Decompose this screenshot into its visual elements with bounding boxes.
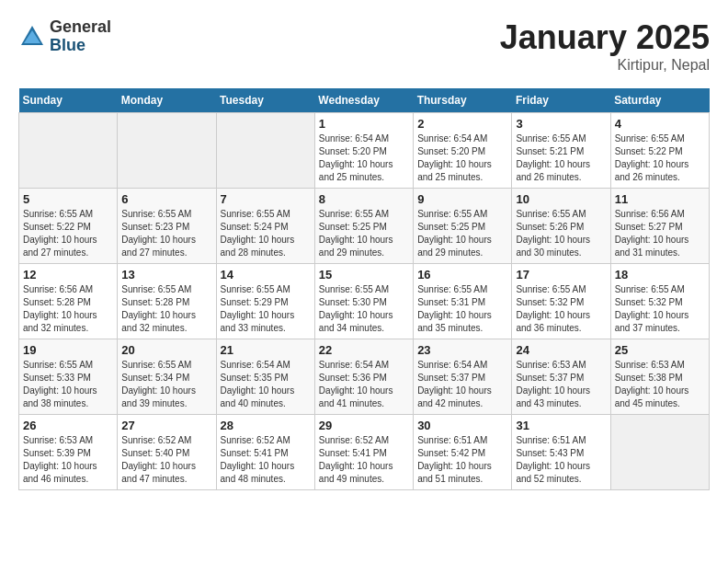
day-info: Sunrise: 6:55 AM Sunset: 5:32 PM Dayligh… [516, 283, 606, 335]
day-number: 23 [417, 343, 507, 357]
calendar-cell: 5Sunrise: 6:55 AM Sunset: 5:22 PM Daylig… [19, 189, 118, 264]
day-number: 3 [516, 117, 606, 131]
day-number: 11 [615, 192, 705, 206]
calendar-cell: 23Sunrise: 6:54 AM Sunset: 5:37 PM Dayli… [414, 339, 512, 415]
day-info: Sunrise: 6:55 AM Sunset: 5:29 PM Dayligh… [221, 283, 311, 335]
calendar-cell [216, 113, 314, 189]
day-info: Sunrise: 6:51 AM Sunset: 5:42 PM Dayligh… [417, 434, 507, 486]
logo-blue-label: Blue [50, 37, 111, 55]
header-row: SundayMondayTuesdayWednesdayThursdayFrid… [19, 88, 710, 113]
logo-icon [18, 23, 46, 51]
day-number: 31 [516, 419, 606, 432]
day-number: 7 [221, 192, 311, 206]
day-info: Sunrise: 6:52 AM Sunset: 5:41 PM Dayligh… [319, 434, 409, 486]
calendar-cell: 11Sunrise: 6:56 AM Sunset: 5:27 PM Dayli… [610, 189, 709, 264]
calendar-header: SundayMondayTuesdayWednesdayThursdayFrid… [19, 88, 710, 113]
day-number: 5 [23, 192, 113, 206]
day-number: 10 [516, 192, 606, 206]
day-number: 14 [221, 268, 311, 282]
day-info: Sunrise: 6:55 AM Sunset: 5:30 PM Dayligh… [319, 283, 409, 335]
calendar-cell [118, 113, 216, 189]
day-number: 2 [417, 117, 507, 131]
calendar-cell: 19Sunrise: 6:55 AM Sunset: 5:33 PM Dayli… [19, 339, 118, 415]
day-number: 8 [319, 192, 409, 206]
calendar-cell: 25Sunrise: 6:53 AM Sunset: 5:38 PM Dayli… [610, 339, 709, 415]
month-title: January 2025 [500, 18, 710, 57]
day-info: Sunrise: 6:55 AM Sunset: 5:24 PM Dayligh… [221, 208, 311, 259]
calendar-cell: 31Sunrise: 6:51 AM Sunset: 5:43 PM Dayli… [512, 415, 610, 490]
day-of-week-header: Monday [118, 88, 216, 113]
day-info: Sunrise: 6:53 AM Sunset: 5:37 PM Dayligh… [516, 359, 606, 410]
day-number: 21 [221, 343, 311, 357]
day-info: Sunrise: 6:55 AM Sunset: 5:28 PM Dayligh… [121, 283, 211, 335]
calendar-cell: 30Sunrise: 6:51 AM Sunset: 5:42 PM Dayli… [414, 415, 512, 490]
calendar-week-row: 1Sunrise: 6:54 AM Sunset: 5:20 PM Daylig… [19, 113, 710, 189]
day-number: 1 [319, 117, 409, 131]
calendar-cell: 15Sunrise: 6:55 AM Sunset: 5:30 PM Dayli… [314, 264, 413, 339]
day-number: 15 [319, 268, 409, 282]
calendar-cell: 1Sunrise: 6:54 AM Sunset: 5:20 PM Daylig… [314, 113, 413, 189]
day-number: 25 [615, 343, 705, 357]
day-number: 12 [23, 268, 113, 282]
day-info: Sunrise: 6:53 AM Sunset: 5:38 PM Dayligh… [615, 359, 705, 410]
calendar-cell: 12Sunrise: 6:56 AM Sunset: 5:28 PM Dayli… [19, 264, 118, 339]
day-number: 9 [417, 192, 507, 206]
calendar-cell: 21Sunrise: 6:54 AM Sunset: 5:35 PM Dayli… [216, 339, 314, 415]
day-number: 17 [516, 268, 606, 282]
day-number: 22 [319, 343, 409, 357]
calendar-week-row: 26Sunrise: 6:53 AM Sunset: 5:39 PM Dayli… [19, 415, 710, 490]
day-info: Sunrise: 6:53 AM Sunset: 5:39 PM Dayligh… [23, 434, 113, 486]
day-number: 16 [417, 268, 507, 282]
logo: General Blue [18, 18, 111, 55]
day-info: Sunrise: 6:54 AM Sunset: 5:36 PM Dayligh… [319, 359, 409, 410]
calendar-cell [610, 415, 709, 490]
day-info: Sunrise: 6:55 AM Sunset: 5:22 PM Dayligh… [615, 132, 705, 184]
calendar-cell: 9Sunrise: 6:55 AM Sunset: 5:25 PM Daylig… [414, 189, 512, 264]
calendar-table: SundayMondayTuesdayWednesdayThursdayFrid… [18, 88, 710, 490]
logo-text: General Blue [50, 18, 111, 55]
day-number: 13 [121, 268, 211, 282]
calendar-cell: 10Sunrise: 6:55 AM Sunset: 5:26 PM Dayli… [512, 189, 610, 264]
calendar-week-row: 12Sunrise: 6:56 AM Sunset: 5:28 PM Dayli… [19, 264, 710, 339]
day-info: Sunrise: 6:54 AM Sunset: 5:20 PM Dayligh… [319, 132, 409, 184]
calendar-cell: 7Sunrise: 6:55 AM Sunset: 5:24 PM Daylig… [216, 189, 314, 264]
day-number: 26 [23, 419, 113, 432]
day-number: 6 [121, 192, 211, 206]
day-number: 4 [615, 117, 705, 131]
calendar-cell: 8Sunrise: 6:55 AM Sunset: 5:25 PM Daylig… [314, 189, 413, 264]
calendar-week-row: 19Sunrise: 6:55 AM Sunset: 5:33 PM Dayli… [19, 339, 710, 415]
calendar-cell: 26Sunrise: 6:53 AM Sunset: 5:39 PM Dayli… [19, 415, 118, 490]
day-info: Sunrise: 6:55 AM Sunset: 5:31 PM Dayligh… [417, 283, 507, 335]
calendar-cell: 28Sunrise: 6:52 AM Sunset: 5:41 PM Dayli… [216, 415, 314, 490]
calendar-cell: 4Sunrise: 6:55 AM Sunset: 5:22 PM Daylig… [610, 113, 709, 189]
calendar-cell: 20Sunrise: 6:55 AM Sunset: 5:34 PM Dayli… [118, 339, 216, 415]
day-info: Sunrise: 6:54 AM Sunset: 5:35 PM Dayligh… [221, 359, 311, 410]
calendar-body: 1Sunrise: 6:54 AM Sunset: 5:20 PM Daylig… [19, 113, 710, 490]
calendar-cell: 22Sunrise: 6:54 AM Sunset: 5:36 PM Dayli… [314, 339, 413, 415]
logo-general-label: General [50, 18, 111, 37]
day-info: Sunrise: 6:54 AM Sunset: 5:20 PM Dayligh… [417, 132, 507, 184]
day-info: Sunrise: 6:55 AM Sunset: 5:34 PM Dayligh… [121, 359, 211, 410]
day-info: Sunrise: 6:55 AM Sunset: 5:25 PM Dayligh… [319, 208, 409, 259]
day-number: 30 [417, 419, 507, 432]
title-block: January 2025 Kirtipur, Nepal [500, 18, 710, 74]
day-number: 20 [121, 343, 211, 357]
calendar-cell: 6Sunrise: 6:55 AM Sunset: 5:23 PM Daylig… [118, 189, 216, 264]
day-info: Sunrise: 6:55 AM Sunset: 5:23 PM Dayligh… [121, 208, 211, 259]
calendar-cell: 13Sunrise: 6:55 AM Sunset: 5:28 PM Dayli… [118, 264, 216, 339]
day-info: Sunrise: 6:52 AM Sunset: 5:41 PM Dayligh… [221, 434, 311, 486]
calendar-cell: 18Sunrise: 6:55 AM Sunset: 5:32 PM Dayli… [610, 264, 709, 339]
day-number: 27 [121, 419, 211, 432]
day-of-week-header: Friday [512, 88, 610, 113]
calendar-cell: 14Sunrise: 6:55 AM Sunset: 5:29 PM Dayli… [216, 264, 314, 339]
day-of-week-header: Thursday [414, 88, 512, 113]
day-info: Sunrise: 6:55 AM Sunset: 5:22 PM Dayligh… [23, 208, 113, 259]
calendar-cell: 16Sunrise: 6:55 AM Sunset: 5:31 PM Dayli… [414, 264, 512, 339]
day-info: Sunrise: 6:55 AM Sunset: 5:26 PM Dayligh… [516, 208, 606, 259]
location-label: Kirtipur, Nepal [500, 57, 710, 74]
day-info: Sunrise: 6:55 AM Sunset: 5:25 PM Dayligh… [417, 208, 507, 259]
day-number: 29 [319, 419, 409, 432]
day-info: Sunrise: 6:55 AM Sunset: 5:21 PM Dayligh… [516, 132, 606, 184]
day-number: 18 [615, 268, 705, 282]
calendar-cell: 27Sunrise: 6:52 AM Sunset: 5:40 PM Dayli… [118, 415, 216, 490]
